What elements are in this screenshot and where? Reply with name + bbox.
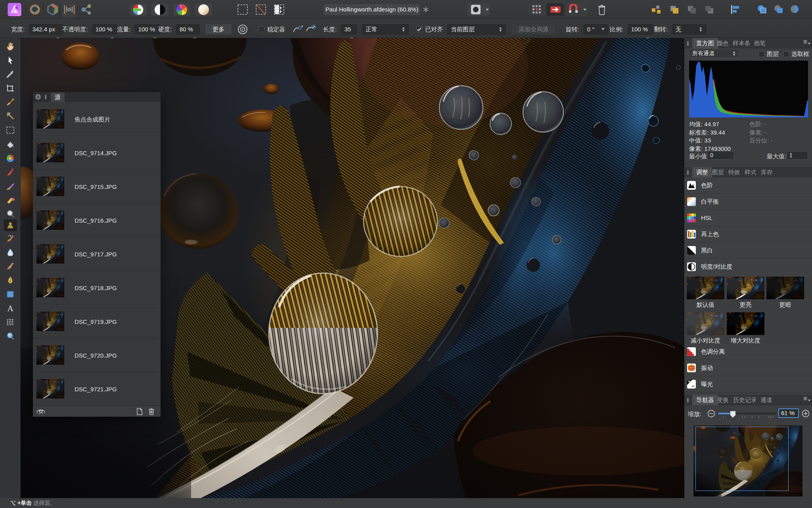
svg-text:A: A — [7, 304, 13, 313]
